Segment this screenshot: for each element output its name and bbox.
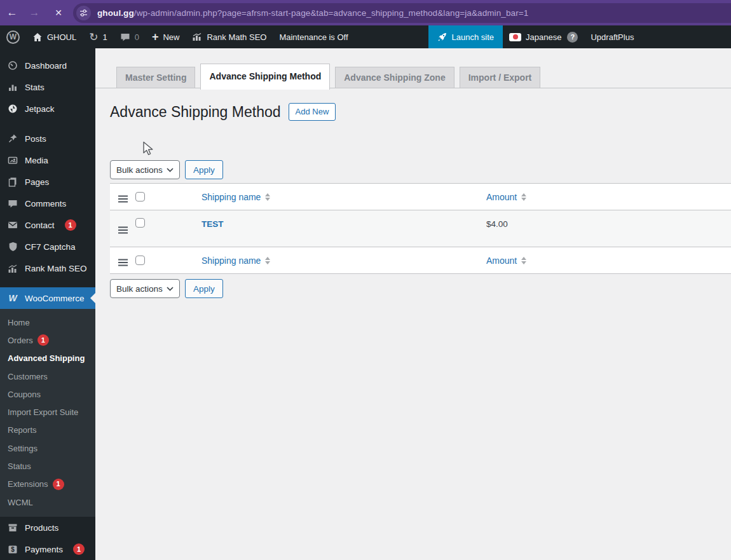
sidebar-item-comments[interactable]: Comments bbox=[0, 193, 95, 214]
wp-admin-bar: W GHOUL ↻ 1 0 + New Rank Math SEO Mainte… bbox=[0, 25, 731, 48]
sort-amount[interactable]: Amount bbox=[486, 192, 526, 202]
woocommerce-icon: W bbox=[6, 293, 19, 303]
shipping-method-link[interactable]: TEST bbox=[202, 219, 224, 229]
pages-icon bbox=[6, 177, 19, 187]
sidebar-item-label: Pages bbox=[25, 177, 49, 187]
select-all-checkbox[interactable] bbox=[135, 256, 145, 265]
drag-handle-icon[interactable] bbox=[118, 198, 128, 200]
updraftplus-menu[interactable]: UpdraftPlus bbox=[584, 25, 640, 48]
submenu-item-reports[interactable]: Reports bbox=[0, 421, 95, 439]
bulk-actions-label: Bulk actions bbox=[116, 165, 163, 175]
launch-site-button[interactable]: Launch site bbox=[428, 25, 503, 48]
drag-handle-icon[interactable] bbox=[118, 262, 128, 263]
payments-count-badge: 1 bbox=[73, 543, 85, 555]
admin-sidebar: Dashboard Stats Jetpack Posts Medi bbox=[0, 48, 95, 560]
language-menu[interactable]: Japanese ? bbox=[503, 25, 584, 48]
tab-advance-shipping-method[interactable]: Advance Shipping Method bbox=[200, 64, 330, 90]
shipping-methods-table: Shipping name Amount TEST $4.00 bbox=[110, 183, 731, 274]
sidebar-item-posts[interactable]: Posts bbox=[0, 128, 95, 149]
media-icon bbox=[6, 155, 19, 165]
tab-import-export[interactable]: Import / Export bbox=[460, 67, 541, 88]
sidebar-item-label: Jetpack bbox=[25, 104, 55, 114]
settings-tabs: Master Setting Advance Shipping Method A… bbox=[95, 64, 731, 88]
sort-arrows-icon bbox=[265, 193, 270, 201]
add-new-button[interactable]: Add New bbox=[289, 103, 336, 121]
comments-menu[interactable]: 0 bbox=[114, 25, 146, 48]
sidebar-item-label: Stats bbox=[25, 83, 44, 92]
sidebar-item-label: Media bbox=[25, 156, 48, 165]
sidebar-item-dashboard[interactable]: Dashboard bbox=[0, 55, 95, 76]
address-bar[interactable]: ghoul.gg/wp-admin/admin.php?page=afrsm-s… bbox=[73, 3, 731, 23]
sort-shipping-name[interactable]: Shipping name bbox=[202, 256, 270, 266]
submenu-item-advanced-shipping[interactable]: Advanced Shipping bbox=[0, 350, 95, 367]
sidebar-item-woocommerce[interactable]: W WooCommerce bbox=[0, 287, 95, 309]
svg-text:$: $ bbox=[11, 546, 15, 553]
submenu-item-extensions[interactable]: Extensions1 bbox=[0, 475, 95, 493]
apply-button[interactable]: Apply bbox=[185, 279, 223, 298]
rank-math-menu[interactable]: Rank Math SEO bbox=[186, 25, 273, 48]
submenu-item-import-export-suite[interactable]: Import Export Suite bbox=[0, 403, 95, 421]
submenu-item-status[interactable]: Status bbox=[0, 457, 95, 475]
payments-icon: $ bbox=[6, 545, 19, 554]
submenu-item-wcml[interactable]: WCML bbox=[0, 493, 95, 511]
sidebar-item-stats[interactable]: Stats bbox=[0, 76, 95, 98]
tune-icon bbox=[79, 9, 88, 17]
updates-menu[interactable]: ↻ 1 bbox=[83, 25, 113, 48]
wp-logo-menu[interactable]: W bbox=[0, 25, 26, 48]
submenu-item-settings[interactable]: Settings bbox=[0, 439, 95, 457]
sidebar-item-products[interactable]: Products bbox=[0, 517, 95, 538]
site-info-icon[interactable] bbox=[76, 6, 91, 20]
bulk-actions-select[interactable]: Bulk actions bbox=[110, 160, 180, 179]
submenu-item-home[interactable]: Home bbox=[0, 313, 95, 331]
shipping-amount: $4.00 bbox=[486, 219, 508, 229]
help-icon[interactable]: ? bbox=[567, 32, 578, 43]
shield-icon bbox=[6, 242, 19, 252]
sidebar-item-rank-math[interactable]: Rank Math SEO bbox=[0, 257, 95, 279]
sort-shipping-name[interactable]: Shipping name bbox=[202, 192, 270, 202]
sort-amount[interactable]: Amount bbox=[486, 256, 526, 266]
apply-button[interactable]: Apply bbox=[185, 160, 223, 179]
table-row: TEST $4.00 bbox=[110, 210, 731, 247]
select-all-checkbox[interactable] bbox=[135, 192, 145, 201]
submenu-item-customers[interactable]: Customers bbox=[0, 367, 95, 385]
tab-advance-shipping-zone[interactable]: Advance Shipping Zone bbox=[335, 67, 454, 88]
sidebar-item-label: Dashboard bbox=[25, 61, 67, 71]
sidebar-separator bbox=[0, 279, 95, 287]
update-count: 1 bbox=[102, 32, 107, 42]
sort-arrows-icon bbox=[521, 257, 526, 264]
sidebar-item-label: Contact bbox=[25, 221, 55, 230]
pushpin-icon bbox=[6, 133, 19, 144]
orders-count-badge: 1 bbox=[38, 334, 49, 346]
tab-master-setting[interactable]: Master Setting bbox=[116, 67, 195, 88]
sidebar-item-media[interactable]: Media bbox=[0, 149, 95, 171]
launch-site-label: Launch site bbox=[452, 32, 495, 42]
browser-back-icon[interactable]: ← bbox=[4, 0, 20, 25]
url-text: ghoul.gg/wp-admin/admin.php?page=afrsm-s… bbox=[97, 8, 528, 18]
sidebar-item-contact[interactable]: Contact 1 bbox=[0, 214, 95, 236]
site-name-menu[interactable]: GHOUL bbox=[26, 25, 83, 48]
seo-chart-icon bbox=[6, 264, 19, 273]
bulk-actions-select[interactable]: Bulk actions bbox=[110, 279, 180, 298]
sidebar-item-label: Payments bbox=[25, 545, 63, 554]
url-host: ghoul.gg bbox=[97, 8, 134, 18]
new-content-menu[interactable]: + New bbox=[146, 25, 186, 48]
sidebar-item-cf7-captcha[interactable]: CF7 Captcha bbox=[0, 236, 95, 257]
submenu-item-coupons[interactable]: Coupons bbox=[0, 385, 95, 403]
submenu-item-orders[interactable]: Orders1 bbox=[0, 331, 95, 349]
drag-handle-icon[interactable] bbox=[118, 229, 128, 231]
sidebar-item-label: Posts bbox=[25, 134, 46, 144]
sidebar-item-pages[interactable]: Pages bbox=[0, 171, 95, 193]
comments-icon bbox=[6, 199, 19, 208]
sidebar-item-payments[interactable]: $ Payments 1 bbox=[0, 538, 95, 560]
browser-forward-icon[interactable]: → bbox=[26, 0, 43, 25]
maintenance-menu[interactable]: Maintenance is Off bbox=[273, 25, 354, 48]
updraftplus-label: UpdraftPlus bbox=[591, 32, 634, 42]
chevron-down-icon bbox=[167, 287, 174, 291]
sidebar-item-jetpack[interactable]: Jetpack bbox=[0, 98, 95, 120]
sort-arrows-icon bbox=[521, 193, 526, 201]
wordpress-logo-icon: W bbox=[6, 31, 20, 44]
bulk-actions-bottom: Bulk actions Apply bbox=[110, 279, 731, 298]
browser-close-icon[interactable]: ✕ bbox=[50, 0, 67, 25]
rank-math-label: Rank Math SEO bbox=[207, 32, 266, 42]
select-row-checkbox[interactable] bbox=[135, 218, 145, 228]
